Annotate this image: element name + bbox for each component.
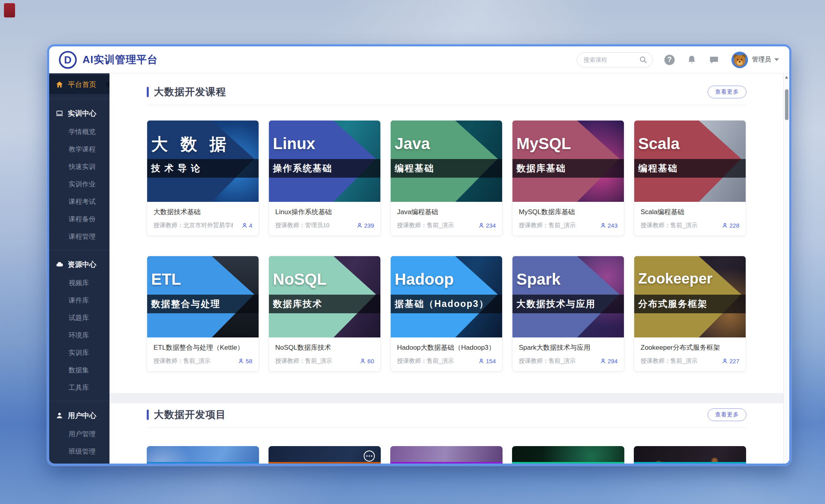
laptop-icon [56, 109, 63, 117]
cover-subtitle: 数据库基础 [512, 159, 624, 178]
project-cards-row: 大数据开发案例 大数据开发案例 大数 [147, 446, 746, 464]
course-cover-image: 据基础（Hadoop3） Hadoop [391, 256, 502, 337]
sidebar-item[interactable]: 实训作业 [49, 175, 109, 193]
app-window: D AI实训管理平台 ? [47, 44, 791, 466]
sidebar-item[interactable]: 视频库 [49, 274, 109, 291]
course-card[interactable]: 据基础（Hadoop3） Hadoop Hadoop大数据基础（Hadoop3）… [390, 256, 503, 372]
sidebar-section-resources[interactable]: 资源中心 [49, 255, 109, 274]
course-card[interactable]: 数据库技术 NoSQL NoSQL数据库技术 授课教师：售前_演示 60 [269, 256, 381, 372]
project-card[interactable]: 大数据开发案例 [269, 446, 381, 464]
sidebar-item[interactable]: 课程考试 [49, 193, 109, 210]
course-teacher: 授课教师：售前_演示 [519, 357, 576, 365]
cover-title: Java [395, 135, 430, 153]
cloud-icon [56, 261, 63, 268]
search-input[interactable] [583, 56, 639, 63]
cover-subtitle: 操作系统基础 [269, 159, 380, 178]
search-icon[interactable] [639, 56, 648, 64]
cover-title: 大 数 据 [151, 133, 230, 155]
project-banner: 大数据开发案例 [147, 462, 259, 464]
course-card[interactable]: 数据库基础 MySQL MySQL数据库基础 授课教师：售前_演示 243 [512, 120, 624, 236]
cover-title: MySQL [516, 135, 571, 153]
student-count: 227 [722, 358, 739, 364]
sidebar-divider [49, 401, 109, 401]
sidebar-item[interactable]: 实训库 [49, 344, 109, 361]
sidebar-item[interactable]: 试题库 [49, 309, 109, 326]
project-card[interactable]: 大数据开发案例 [512, 446, 624, 464]
course-teacher: 授课教师：售前_演示 [519, 222, 576, 229]
course-card[interactable]: 操作系统基础 Linux Linux操作系统基础 授课教师：管理员10 239 [269, 120, 381, 236]
sidebar-item[interactable]: 课件库 [49, 291, 109, 309]
section-title: 大数据开发项目 [154, 408, 226, 421]
course-teacher: 授课教师：售前_演示 [641, 357, 697, 365]
cover-title: Hadoop [395, 270, 454, 288]
section-gap [109, 393, 789, 403]
help-icon[interactable]: ? [664, 54, 675, 65]
section-accent-bar [147, 87, 149, 97]
project-card[interactable]: 大数据开发案例 [390, 446, 503, 464]
sidebar-item[interactable]: 工具库 [49, 379, 109, 396]
sidebar-item[interactable]: 课程备份 [49, 210, 109, 228]
vertical-scrollbar[interactable] [783, 73, 789, 464]
view-more-button[interactable]: 查看更多 [708, 86, 746, 98]
main-content: 大数据开发课程 查看更多 技 术 导 论 大 数 据 [109, 73, 789, 464]
course-cards-row-1: 技 术 导 论 大 数 据 大数据技术基础 授课教师：北京市对外贸易学校教...… [147, 120, 746, 236]
project-card[interactable]: 大数据开发案例 [147, 446, 259, 464]
student-count: 154 [478, 358, 496, 364]
sidebar-item[interactable]: 学情概览 [49, 123, 109, 140]
scrollbar-thumb[interactable] [785, 89, 789, 120]
ellipsis-icon [363, 450, 375, 462]
project-card[interactable]: 大数据开发案例 [634, 446, 746, 464]
cover-subtitle: 数据库技术 [269, 295, 380, 313]
search-box[interactable] [577, 52, 653, 67]
student-count: 234 [478, 222, 496, 229]
view-more-button[interactable]: 查看更多 [708, 408, 746, 421]
notification-bell-icon[interactable] [686, 54, 697, 65]
desktop-background: D AI实训管理平台 ? [0, 0, 825, 504]
sidebar-section-label: 资源中心 [68, 260, 96, 269]
user-name[interactable]: 管理员 [752, 56, 771, 64]
sidebar-section-label: 用户中心 [68, 411, 96, 420]
user-avatar[interactable] [731, 52, 748, 68]
course-name: 大数据技术基础 [153, 207, 252, 217]
sidebar-section-training[interactable]: 实训中心 [49, 104, 109, 123]
cover-title: ETL [151, 270, 181, 288]
sidebar-divider [49, 250, 109, 250]
course-card[interactable]: 分布式服务框架 Zookeeper Zookeeper分布式服务框架 授课教师：… [634, 256, 746, 372]
sidebar-item[interactable]: 课程管理 [49, 228, 109, 245]
course-card[interactable]: 数据整合与处理 ETL ETL数据整合与处理（Kettle） 授课教师：售前_演… [147, 256, 259, 372]
app-title: AI实训管理平台 [82, 53, 158, 67]
cover-title: NoSQL [273, 270, 327, 288]
sidebar-item[interactable]: 教学课程 [49, 140, 109, 158]
sidebar-item[interactable]: 数据集 [49, 361, 109, 379]
sidebar-item-home[interactable]: 平台首页 [49, 75, 109, 94]
course-name: NoSQL数据库技术 [275, 343, 374, 352]
course-cover-image: 编程基础 Java [391, 121, 502, 202]
message-chat-icon[interactable] [708, 54, 719, 65]
sidebar-item[interactable]: 快速实训 [49, 158, 109, 175]
course-name: Zookeeper分布式服务框架 [641, 343, 739, 352]
sidebar-item[interactable]: 环境库 [49, 326, 109, 344]
project-banner: 大数据开发案例 [390, 462, 503, 464]
chevron-down-icon[interactable] [774, 58, 779, 61]
home-icon [56, 80, 63, 88]
course-card[interactable]: 编程基础 Scala Scala编程基础 授课教师：售前_演示 228 [634, 120, 746, 236]
desktop-shortcut-icon[interactable] [4, 3, 15, 17]
scrollbar-up-arrow[interactable] [785, 76, 788, 79]
student-count: 243 [600, 222, 618, 229]
course-teacher: 授课教师：售前_演示 [397, 357, 454, 365]
app-header: D AI实训管理平台 ? [49, 46, 789, 73]
course-cover-image: 技 术 导 论 大 数 据 [147, 121, 259, 202]
student-count: 294 [600, 358, 618, 364]
course-card[interactable]: 技 术 导 论 大 数 据 大数据技术基础 授课教师：北京市对外贸易学校教...… [147, 120, 259, 236]
course-cover-image: 数据库基础 MySQL [512, 121, 624, 202]
course-name: Hadoop大数据基础（Hadoop3） [397, 343, 496, 352]
course-cards-row-2: 数据整合与处理 ETL ETL数据整合与处理（Kettle） 授课教师：售前_演… [147, 256, 746, 372]
course-card[interactable]: 编程基础 Java Java编程基础 授课教师：售前_演示 234 [390, 120, 503, 236]
course-cover-image: 分布式服务框架 Zookeeper [634, 256, 746, 337]
course-card[interactable]: 大数据技术与应用 Spark Spark大数据技术与应用 授课教师：售前_演示 … [512, 256, 624, 372]
sidebar-item[interactable]: 用户管理 [49, 425, 109, 443]
course-teacher: 授课教师：售前_演示 [153, 357, 210, 365]
sidebar-section-users[interactable]: 用户中心 [49, 406, 109, 425]
course-name: ETL数据整合与处理（Kettle） [153, 343, 252, 352]
sidebar-item[interactable]: 班级管理 [49, 443, 109, 460]
